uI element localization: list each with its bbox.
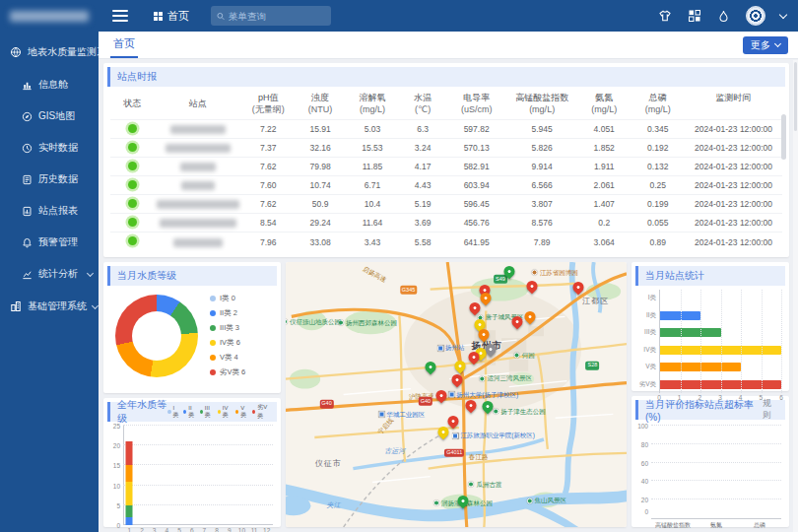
sidebar-item-warning-mgmt[interactable]: 预警管理 — [0, 227, 99, 258]
legend-label: II类 — [188, 405, 195, 420]
more-button[interactable]: 更多 — [743, 36, 788, 54]
fullscreen-flame-icon[interactable] — [716, 9, 731, 24]
sidebar-item-station-report[interactable]: 站点报表 — [0, 195, 99, 227]
user-menu-chevron-icon[interactable] — [779, 10, 787, 18]
stats-category-label: 劣V类 — [637, 376, 659, 394]
sidebar-item-info-cabin[interactable]: 信息舱 — [0, 69, 99, 100]
theme-icon[interactable] — [657, 9, 672, 24]
station-name-cell — [154, 233, 241, 251]
table-row[interactable]: 7.6250.910.45.19596.453.8071.4070.199202… — [110, 195, 782, 214]
gis-map[interactable]: 扬州市仪征市江都区沪陕高速启扬高速春江路宁启线古运河夹江扬州西郊森林公园仪征捺山… — [286, 262, 627, 527]
more-button-label: 更多 — [751, 38, 770, 52]
station-pin-red[interactable] — [570, 279, 586, 295]
table-row[interactable]: 7.6279.9811.854.17582.919.9141.9110.1322… — [110, 158, 782, 176]
sidebar-group-surface-water[interactable]: 地表水质量监测系统 — [0, 35, 99, 69]
bar-segment — [126, 505, 133, 517]
station-pin-red[interactable] — [433, 387, 449, 403]
status-cell — [110, 214, 154, 233]
legend-label: V类 4 — [220, 353, 238, 363]
value-cell: 0.055 — [631, 214, 685, 233]
quality-donut-chart[interactable] — [115, 295, 198, 377]
stats-bar[interactable] — [660, 328, 721, 337]
search-input[interactable] — [229, 11, 325, 22]
table-row[interactable]: 8.5429.2411.643.69456.768.5760.20.055202… — [110, 214, 782, 233]
layout-icon[interactable] — [687, 9, 701, 24]
breadcrumb-home-label: 首页 — [167, 9, 189, 24]
sidebar-group-base-mgmt[interactable]: 基础管理系统 — [0, 290, 99, 323]
table-row[interactable]: 7.3732.1615.533.24570.135.8261.8520.1922… — [110, 139, 782, 158]
x-tick-label: 9 — [223, 525, 235, 532]
value-cell: 4.051 — [577, 120, 632, 139]
menu-toggle-icon[interactable] — [112, 10, 128, 22]
x-tick-label: 2 — [136, 525, 149, 532]
value-cell: 603.94 — [446, 176, 506, 195]
value-cell: 3.064 — [577, 233, 632, 251]
breadcrumb-home[interactable]: 首页 — [154, 9, 189, 24]
value-cell: 15.53 — [346, 139, 400, 158]
bar-segment — [126, 517, 133, 525]
table-row[interactable]: 7.9633.083.435.58641.957.893.0640.892024… — [110, 233, 782, 251]
station-pin-green[interactable] — [455, 494, 471, 509]
station-pin-red[interactable] — [524, 278, 540, 294]
station-pin-green[interactable] — [424, 359, 439, 374]
menu-search[interactable] — [211, 6, 331, 26]
station-pin-red[interactable] — [468, 300, 484, 316]
value-cell: 4.17 — [399, 158, 446, 176]
donut-panel-title: 当月水质等级 — [117, 269, 176, 283]
value-cell: 641.95 — [446, 233, 506, 251]
legend-swatch — [210, 369, 216, 375]
bar-segment — [126, 441, 133, 465]
building-icon — [10, 300, 22, 312]
station-pin-yellow[interactable] — [435, 425, 451, 440]
legend-swatch — [252, 410, 255, 414]
sidebar-item-realtime-data[interactable]: 实时数据 — [0, 132, 99, 164]
status-dot-green — [128, 180, 137, 189]
station-pin-red[interactable] — [449, 372, 465, 388]
column-header: 总磷(mg/L) — [631, 89, 685, 120]
station-pin-red[interactable] — [509, 313, 525, 329]
station-pin-green[interactable] — [480, 398, 496, 414]
legend-label: IV类 6 — [220, 338, 240, 348]
status-dot-green — [128, 236, 137, 245]
rate-x-labels: 高锰酸盐指数氨氮总磷 — [651, 521, 781, 530]
gridline — [781, 290, 782, 393]
monitor-time-cell: 2024-01-23 12:00:00 — [685, 195, 782, 214]
station-pin-yellow[interactable] — [453, 359, 469, 374]
station-pin-orange[interactable] — [523, 309, 539, 325]
legend-item: I类 — [167, 405, 179, 420]
x-tick-label: 0 — [657, 394, 661, 401]
table-row[interactable]: 7.2215.915.036.3597.825.9454.0510.345202… — [110, 120, 782, 139]
tab-home[interactable]: 首页 — [110, 32, 138, 58]
legend-item: II类 2 — [210, 308, 245, 318]
sidebar-item-label: GIS地图 — [38, 109, 75, 123]
legend-swatch — [183, 410, 186, 414]
gridline: 15 — [123, 464, 273, 465]
stats-category-label: II类 — [637, 307, 659, 325]
legend-label: 劣V类 6 — [220, 367, 245, 377]
status-dot-green — [128, 162, 137, 170]
annual-stacked-bar-chart[interactable]: 0510152025123456789101112 — [123, 426, 273, 525]
station-name-redacted — [173, 238, 223, 247]
sidebar-item-history-data[interactable]: 历史数据 — [0, 164, 99, 195]
value-cell: 7.62 — [241, 158, 296, 176]
legend-swatch — [210, 310, 216, 316]
sidebar-item-statistics[interactable]: 统计分析 — [0, 258, 99, 290]
station-pin-green[interactable] — [501, 264, 517, 280]
rate-bar-chart[interactable]: 204060801000 — [651, 426, 781, 519]
y-tick-label: 10 — [113, 482, 120, 489]
station-pin-red[interactable] — [445, 413, 461, 429]
table-row[interactable]: 7.6010.746.714.43603.946.5662.0610.25202… — [110, 176, 782, 195]
window-scrollbar[interactable] — [793, 60, 798, 532]
stats-hbar-chart[interactable] — [659, 290, 781, 393]
sidebar-item-gis-map[interactable]: GIS地图 — [0, 100, 99, 132]
x-tick-label: 6 — [185, 525, 198, 532]
status-dot-green — [128, 124, 137, 133]
y-tick-label: 0 — [116, 522, 120, 529]
y-tick-label: 15 — [113, 462, 120, 469]
value-cell: 1.911 — [577, 158, 632, 176]
table-scrollbar[interactable] — [781, 114, 786, 160]
monitor-time-cell: 2024-01-23 12:00:00 — [685, 214, 782, 233]
station-pin-red[interactable] — [463, 398, 479, 414]
x-tick-label: 4 — [161, 525, 173, 532]
user-avatar[interactable] — [746, 6, 765, 26]
